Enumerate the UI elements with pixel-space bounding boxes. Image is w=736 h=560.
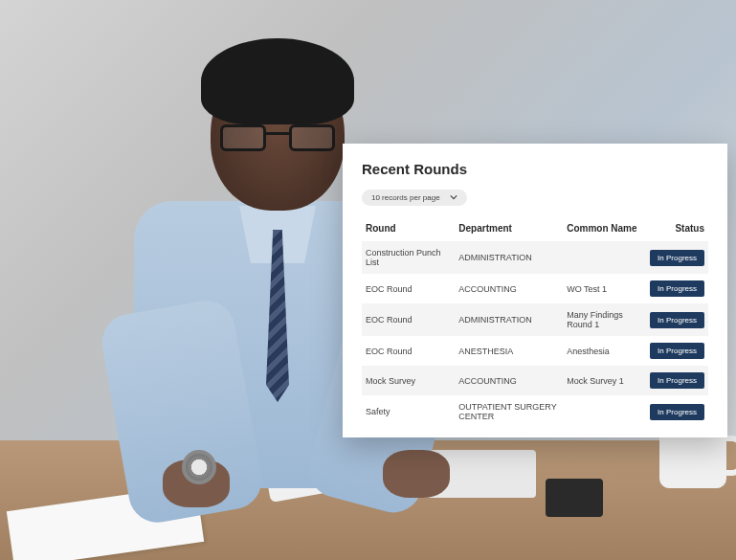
cell-status: In Progress <box>646 303 708 336</box>
rounds-table: Round Department Common Name Status Cons… <box>362 217 708 428</box>
cell-common-name: Mock Survey 1 <box>563 366 646 395</box>
status-badge[interactable]: In Progress <box>650 312 704 328</box>
table-row[interactable]: EOC RoundADMINISTRATIONMany Findings Rou… <box>362 303 708 336</box>
table-row[interactable]: EOC RoundANESTHESIAAnesthesiaIn Progress <box>362 336 708 366</box>
cell-department: ANESTHESIA <box>455 336 563 366</box>
cell-department: ACCOUNTING <box>455 274 563 303</box>
col-header-round[interactable]: Round <box>362 217 455 241</box>
cell-common-name <box>563 395 646 428</box>
table-row[interactable]: SafetyOUTPATIENT SURGERY CENTERIn Progre… <box>362 395 708 428</box>
desk-calculator <box>546 479 603 517</box>
cell-department: ACCOUNTING <box>455 366 563 395</box>
cell-round: Safety <box>362 395 455 428</box>
status-badge[interactable]: In Progress <box>650 250 704 266</box>
status-badge[interactable]: In Progress <box>650 343 704 359</box>
cell-common-name <box>563 241 646 274</box>
cell-round: Construction Punch List <box>362 241 455 274</box>
cell-common-name: WO Test 1 <box>563 274 646 303</box>
cell-status: In Progress <box>646 336 708 366</box>
cell-department: ADMINISTRATION <box>455 303 563 336</box>
cell-common-name: Anesthesia <box>563 336 646 366</box>
cell-status: In Progress <box>646 274 708 303</box>
col-header-common-name[interactable]: Common Name <box>563 217 646 241</box>
cell-round: EOC Round <box>362 274 455 303</box>
panel-title: Recent Rounds <box>362 161 708 177</box>
cell-round: EOC Round <box>362 303 455 336</box>
chevron-down-icon <box>450 193 457 202</box>
status-badge[interactable]: In Progress <box>650 404 704 420</box>
table-row[interactable]: Construction Punch ListADMINISTRATIONIn … <box>362 241 708 274</box>
recent-rounds-panel: Recent Rounds 10 records per page Round … <box>343 144 727 437</box>
col-header-status[interactable]: Status <box>646 217 708 241</box>
rounds-tbody: Construction Punch ListADMINISTRATIONIn … <box>362 241 708 428</box>
table-row[interactable]: Mock SurveyACCOUNTINGMock Survey 1In Pro… <box>362 366 708 395</box>
cell-common-name: Many Findings Round 1 <box>563 303 646 336</box>
status-badge[interactable]: In Progress <box>650 372 704 389</box>
cell-status: In Progress <box>646 366 708 395</box>
pager-label: 10 records per page <box>371 193 440 202</box>
cell-department: ADMINISTRATION <box>455 241 563 274</box>
col-header-department[interactable]: Department <box>455 217 563 241</box>
status-badge[interactable]: In Progress <box>650 280 704 297</box>
records-per-page-selector[interactable]: 10 records per page <box>362 190 467 206</box>
cell-status: In Progress <box>646 241 708 274</box>
cell-status: In Progress <box>646 395 708 428</box>
cell-round: EOC Round <box>362 336 455 366</box>
cell-round: Mock Survey <box>362 366 455 395</box>
table-row[interactable]: EOC RoundACCOUNTINGWO Test 1In Progress <box>362 274 708 303</box>
cell-department: OUTPATIENT SURGERY CENTER <box>455 395 563 428</box>
